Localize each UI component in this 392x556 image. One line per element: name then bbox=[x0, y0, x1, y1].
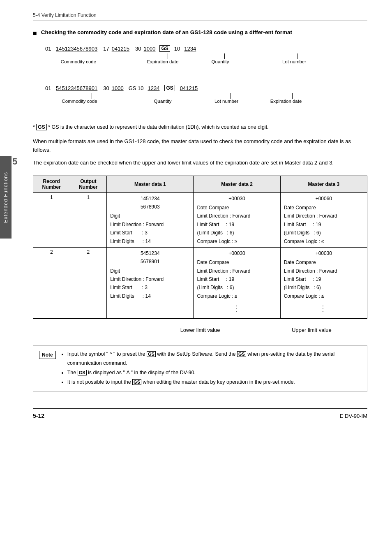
diag1-gs1: GS bbox=[159, 45, 170, 52]
th-master3: Master data 3 bbox=[280, 176, 367, 192]
diag1-val2: 041215 bbox=[112, 46, 129, 52]
diag2-label-expiry: Expiration date bbox=[270, 99, 302, 104]
section-bullet: ■ bbox=[33, 29, 37, 37]
diag1-ai30: 30 bbox=[135, 46, 141, 52]
table-row: 2 2 54512345678901 Digit Limit Direction… bbox=[33, 247, 367, 302]
diagram2: 01 54512345678901 30 1000 GS 10 1234 GS … bbox=[45, 85, 367, 104]
th-output: OutputNumber bbox=[70, 176, 107, 192]
diag1-val3: 1000 bbox=[144, 46, 156, 52]
diag2-prefix: 01 bbox=[45, 85, 53, 91]
note-bullets: Input the symbol " ^ " to preset the GS … bbox=[62, 350, 361, 387]
note-bullet-1: Input the symbol " ^ " to preset the GS … bbox=[67, 350, 361, 368]
diag1-ai17: 17 bbox=[103, 46, 109, 52]
td-master1-1: 14512345678903 Digit Limit Direction : F… bbox=[107, 192, 194, 247]
diag1-label-qty: Quantity bbox=[212, 59, 229, 64]
diag1-prefix: 01 bbox=[45, 46, 53, 52]
desc2: The expiration date can be checked when … bbox=[33, 159, 367, 167]
td-record-2: 2 bbox=[33, 247, 70, 302]
gs-box-note: GS bbox=[36, 124, 46, 130]
diag2-label-lot: Lot number bbox=[214, 99, 238, 104]
diag2-val3: 1234 bbox=[148, 85, 159, 91]
td-master2-2: +00030 Date Compare Limit Direction : Fo… bbox=[194, 247, 280, 302]
th-master1: Master data 1 bbox=[107, 176, 194, 192]
doc-id: E DV-90-IM bbox=[340, 413, 367, 419]
table-row-continuation: ⋮ ⋮ bbox=[33, 302, 367, 319]
lower-limit-label: Lower limit value bbox=[144, 327, 256, 333]
th-master2: Master data 2 bbox=[194, 176, 280, 192]
section-heading: ■ Checking the commodity code and expira… bbox=[33, 29, 367, 37]
diag2-val2: 1000 bbox=[112, 85, 124, 91]
td-master3-2: +00030 Date Compare Limit Direction : Fo… bbox=[280, 247, 367, 302]
diag2-label-commodity: Commodity code bbox=[62, 99, 97, 104]
diag2-val1: 54512345678901 bbox=[56, 85, 97, 91]
td-record-1: 1 bbox=[33, 192, 70, 247]
diag1-label-expiry: Expiration date bbox=[147, 59, 179, 64]
page-footer: 5-12 E DV-90-IM bbox=[33, 408, 367, 419]
td-master1-2: 54512345678901 Digit Limit Direction : F… bbox=[107, 247, 194, 302]
diagram1: 01 14512345678903 17 041215 30 1000 GS 1… bbox=[45, 45, 367, 64]
page-number: 5-12 bbox=[33, 412, 44, 419]
diag2-val4: 041215 bbox=[180, 85, 198, 91]
diag1-val4: 1234 bbox=[184, 46, 196, 52]
note-label: Note bbox=[39, 351, 56, 359]
note-bullet-3: It is not possible to input the GS when … bbox=[67, 378, 361, 387]
upper-limit-label: Upper limit value bbox=[256, 327, 367, 333]
diag1-val1: 14512345678903 bbox=[56, 46, 97, 52]
table-row: 1 1 14512345678903 Digit Limit Direction… bbox=[33, 192, 367, 247]
td-output-1: 1 bbox=[70, 192, 107, 247]
diag2-gs10: GS 10 bbox=[129, 85, 144, 91]
diag2-ai30: 30 bbox=[103, 85, 109, 91]
th-record: RecordNumber bbox=[33, 176, 70, 192]
td-master2-1: +00030 Date Compare Limit Direction : Fo… bbox=[194, 192, 280, 247]
note-bullet-2: The GS is displayed as " Δ " in the disp… bbox=[67, 368, 361, 377]
page-header: 5-4 Verify Limitation Function bbox=[33, 12, 367, 21]
diag2-gs2: GS bbox=[164, 85, 175, 91]
td-output-2: 2 bbox=[70, 247, 107, 302]
diag1-label-lot: Lot number bbox=[282, 59, 306, 64]
desc1: When multiple formats are used in the GS… bbox=[33, 137, 367, 155]
diag2-label-qty: Quantity bbox=[154, 99, 172, 104]
td-master3-1: +00060 Date Compare Limit Direction : Fo… bbox=[280, 192, 367, 247]
gs-note: * GS * GS is the character used to repre… bbox=[33, 124, 367, 130]
diag1-label-commodity: Commodity code bbox=[61, 59, 96, 64]
data-table: RecordNumber OutputNumber Master data 1 … bbox=[33, 176, 367, 319]
note-section: Note Input the symbol " ^ " to preset th… bbox=[33, 345, 367, 392]
diag1-ai10: 10 bbox=[174, 46, 180, 52]
